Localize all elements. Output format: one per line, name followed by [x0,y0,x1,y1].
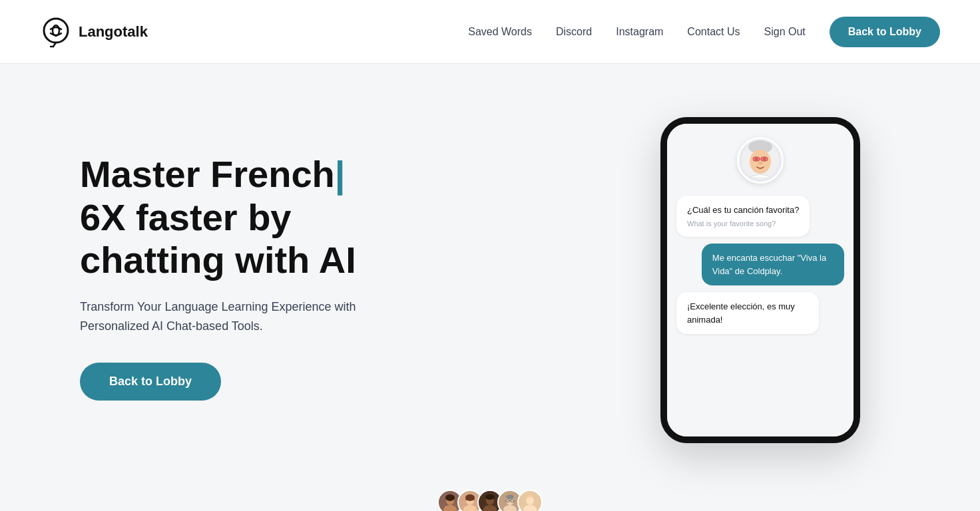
hero-section: Master French| 6X faster by chatting wit… [0,64,980,476]
phone-mockup-area: ¿Cuál es tu canción favorita? What is yo… [620,104,900,450]
svg-point-0 [44,19,68,43]
nav-sign-out[interactable]: Sign Out [764,26,806,38]
ai-face-icon [740,140,780,180]
main-nav: Saved Words Discord Instagram Contact Us… [468,17,940,47]
nav-discord[interactable]: Discord [556,26,592,38]
chat-bubble-3: ¡Excelente elección, es muy animada! [676,292,819,334]
hero-left: Master French| 6X faster by chatting wit… [80,153,399,401]
logo: Langotalk [40,16,148,48]
svg-rect-10 [761,157,768,161]
phone-frame: ¿Cuál es tu canción favorita? What is yo… [660,117,860,443]
chat-bubble-2: Me encanta escuchar "Viva la Vida" de Co… [702,244,844,285]
svg-point-33 [526,496,534,505]
svg-rect-9 [753,157,760,161]
nav-instagram[interactable]: Instagram [616,26,663,38]
svg-point-12 [758,162,762,164]
bubble-1-main: ¿Cuál es tu canción favorita? [687,204,799,217]
hero-title-text: Master French| 6X faster by chatting wit… [80,153,356,281]
avatars-row [437,490,543,511]
back-to-lobby-main-button[interactable]: Back to Lobby [80,363,221,401]
hero-title: Master French| 6X faster by chatting wit… [80,153,399,281]
svg-point-16 [445,494,455,501]
chat-messages: ¿Cuál es tu canción favorita? What is yo… [676,196,844,334]
logo-label: Langotalk [79,23,148,41]
nav-saved-words[interactable]: Saved Words [468,26,532,38]
social-proof-section: Join over 21,571+ people on their way to… [0,476,980,511]
bubble-1-translation: What is your favorite song? [687,218,799,230]
logo-icon [40,16,72,48]
phone-avatar-area [676,137,844,184]
user-avatar-5 [517,490,543,511]
chat-bubble-1: ¿Cuál es tu canción favorita? What is yo… [676,196,810,237]
svg-point-28 [506,495,514,500]
header: Langotalk Saved Words Discord Instagram … [0,0,980,64]
phone-inner: ¿Cuál es tu canción favorita? What is yo… [667,124,854,436]
nav-contact-us[interactable]: Contact Us [687,26,740,38]
back-to-lobby-header-button[interactable]: Back to Lobby [830,17,940,47]
svg-point-24 [485,494,495,500]
hero-subtitle: Transform Your Language Learning Experie… [80,297,399,336]
ai-avatar [737,137,784,184]
